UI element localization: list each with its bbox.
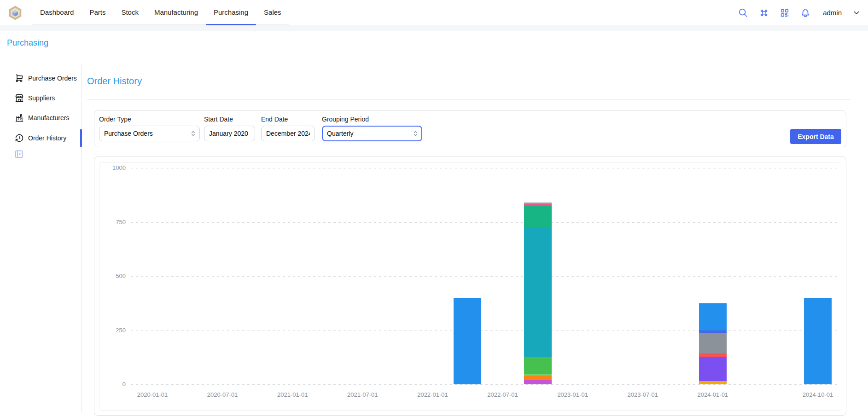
x-axis-tick-label: 2021-07-01	[335, 391, 390, 398]
y-gridline	[131, 168, 839, 168]
y-axis-tick-label: 500	[94, 272, 126, 279]
y-gridline	[131, 384, 839, 385]
y-gridline	[131, 222, 839, 223]
nav-tab-manufacturing[interactable]: Manufacturing	[146, 0, 206, 24]
y-gridline	[131, 276, 839, 277]
bar-segment[interactable]	[524, 206, 552, 227]
sidebar-item-label: Suppliers	[28, 94, 55, 102]
bar-segment[interactable]	[524, 357, 552, 375]
sidebar-item-manufacturers[interactable]: Manufacturers	[12, 110, 78, 126]
bar-segment[interactable]	[524, 380, 552, 384]
order-history-chart: 025050075010002020-01-012020-07-012021-0…	[94, 157, 846, 415]
grouping-period-select[interactable]	[322, 126, 422, 141]
shopping-cart-icon	[15, 74, 24, 83]
sidebar-divider	[82, 64, 82, 411]
y-axis-tick-label: 750	[94, 219, 126, 226]
bar-segment[interactable]	[524, 376, 552, 379]
bar-segment[interactable]	[524, 204, 552, 206]
sidebar-item-label: Purchase Orders	[28, 75, 77, 82]
x-axis-tick-label: 2020-07-01	[195, 391, 250, 398]
chevron-down-icon[interactable]	[852, 9, 861, 17]
factory-icon	[15, 113, 24, 122]
x-axis-tick-label: 2022-07-01	[475, 391, 530, 398]
command-icon[interactable]	[759, 8, 769, 18]
order-type-field: Order Type	[99, 116, 200, 141]
user-menu[interactable]: admin	[823, 9, 842, 17]
x-axis-tick-label: 2022-01-01	[405, 391, 460, 398]
end-date-label: End Date	[261, 116, 315, 123]
nav-tab-sales[interactable]: Sales	[256, 0, 289, 24]
sidebar-item-label: Manufacturers	[28, 114, 69, 122]
bar-segment[interactable]	[454, 298, 481, 384]
building-store-icon	[15, 93, 24, 103]
qrcode-scan-icon[interactable]	[780, 8, 790, 18]
bar-segment[interactable]	[699, 333, 727, 354]
bar-segment[interactable]	[699, 330, 727, 333]
y-gridline	[131, 330, 839, 331]
start-date-input[interactable]	[204, 126, 255, 141]
start-date-field: Start Date	[204, 116, 255, 141]
grouping-period-field: Grouping Period	[322, 116, 422, 141]
bar-segment[interactable]	[699, 353, 727, 357]
title-divider	[87, 99, 851, 100]
history-icon	[15, 133, 24, 143]
x-axis-tick-label: 2024-10-01	[790, 391, 845, 398]
search-icon[interactable]	[738, 8, 748, 18]
x-axis-tick-label: 2021-01-01	[265, 391, 320, 398]
grouping-period-label: Grouping Period	[322, 116, 422, 123]
header-actions: admin	[738, 8, 861, 18]
nav-tab-stock[interactable]: Stock	[113, 0, 146, 24]
start-date-label: Start Date	[204, 116, 255, 123]
top-header: Dashboard Parts Stock Manufacturing Purc…	[0, 0, 868, 25]
breadcrumb: Purchasing	[0, 31, 868, 55]
nav-tab-purchasing[interactable]: Purchasing	[206, 0, 256, 24]
app-window: Dashboard Parts Stock Manufacturing Purc…	[0, 0, 868, 417]
end-date-field: End Date	[261, 116, 315, 141]
sidebar-item-suppliers[interactable]: Suppliers	[12, 90, 78, 106]
x-axis-tick-label: 2023-01-01	[545, 391, 600, 398]
x-axis-tick-label: 2023-07-01	[615, 391, 670, 398]
sidebar-item-order-history[interactable]: Order History	[12, 130, 78, 146]
main-nav: Dashboard Parts Stock Manufacturing Purc…	[32, 0, 289, 25]
filter-panel: Order Type Start Date End Date	[94, 110, 846, 147]
bar-segment[interactable]	[699, 381, 727, 384]
chart-panel: 025050075010002020-01-012020-07-012021-0…	[94, 156, 846, 416]
page-title: Order History	[87, 76, 142, 87]
end-date-input[interactable]	[261, 126, 315, 141]
bar-segment[interactable]	[804, 298, 832, 384]
y-axis-tick-label: 0	[94, 381, 126, 388]
sidebar-item-label: Order History	[28, 134, 66, 142]
bell-icon[interactable]	[800, 8, 810, 18]
x-axis-tick-label: 2024-01-01	[685, 391, 740, 398]
nav-tab-dashboard[interactable]: Dashboard	[32, 0, 82, 24]
bar-segment[interactable]	[524, 227, 552, 357]
bar-segment[interactable]	[524, 374, 552, 376]
sidebar-item-purchase-orders[interactable]: Purchase Orders	[12, 70, 78, 87]
bar-segment[interactable]	[524, 203, 552, 204]
nav-tab-parts[interactable]: Parts	[82, 0, 113, 24]
bar-segment[interactable]	[699, 357, 727, 381]
breadcrumb-item-purchasing[interactable]: Purchasing	[7, 38, 48, 48]
content-area: Purchase Orders Suppliers Manufacturers …	[0, 56, 868, 417]
app-logo-icon[interactable]	[7, 5, 23, 21]
y-axis-tick-label: 1000	[94, 164, 126, 171]
sidebar-collapse-icon[interactable]	[14, 149, 24, 159]
page-background-strip	[0, 25, 868, 31]
order-type-select[interactable]	[99, 126, 200, 141]
x-axis-tick-label: 2020-01-01	[125, 391, 180, 398]
bar-segment[interactable]	[699, 303, 727, 330]
y-axis-tick-label: 250	[94, 327, 126, 334]
sidebar-active-indicator	[80, 129, 82, 147]
order-type-label: Order Type	[99, 116, 200, 123]
export-data-button[interactable]: Export Data	[790, 129, 841, 144]
